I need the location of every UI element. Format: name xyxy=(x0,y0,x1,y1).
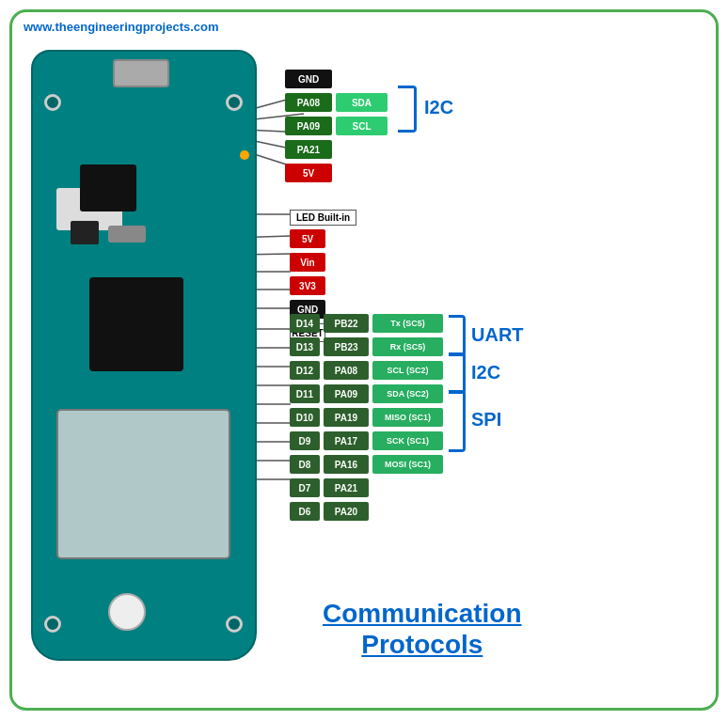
board-body xyxy=(31,50,257,661)
chip-small xyxy=(80,164,136,211)
p-label-pa20: PA20 xyxy=(324,502,369,521)
corner-hole-bl xyxy=(44,616,61,633)
arduino-board xyxy=(31,50,276,670)
corner-hole-tl xyxy=(44,94,61,111)
pin-row-d12: D12 PA08 SCL (SC2) xyxy=(290,360,443,381)
d-label-10: D10 xyxy=(290,408,320,427)
func-sck-sc1: SCK (SC1) xyxy=(372,431,443,450)
bottom-pins-section: D14 PB22 Tx (SC5) D13 PB23 Rx (SC5) D12 … xyxy=(290,313,443,524)
d-label-7: D7 xyxy=(290,478,320,497)
p-label-pa19: PA19 xyxy=(324,408,369,427)
chip-main xyxy=(89,277,183,371)
pin-name-gnd-top: GND xyxy=(285,70,332,88)
label-uart: UART xyxy=(471,324,524,346)
i2c-top-section: GND PA08 SDA PA09 SCL PA21 5V xyxy=(285,69,388,186)
small-circle xyxy=(108,593,146,631)
comm-line2: Protocols xyxy=(323,629,522,661)
corner-hole-br xyxy=(226,616,243,633)
func-sda-sc2: SDA (SC2) xyxy=(372,384,443,403)
chip-tiny xyxy=(71,221,99,244)
pin-name-pa21-top: PA21 xyxy=(285,140,332,159)
d-label-6: D6 xyxy=(290,502,320,521)
p-label-pa09-b: PA09 xyxy=(324,384,369,403)
d-label-12: D12 xyxy=(290,361,320,380)
pin-row-d9: D9 PA17 SCK (SC1) xyxy=(290,430,443,451)
p-label-pa08-b: PA08 xyxy=(324,361,369,380)
website-url: www.theengineeringprojects.com xyxy=(24,20,219,34)
usb-port xyxy=(113,59,169,87)
communication-title: Communication Protocols xyxy=(323,598,522,661)
func-scl-sc2: SCL (SC2) xyxy=(372,361,443,380)
bracket-i2c-top xyxy=(398,86,417,133)
func-rx-sc5: Rx (SC5) xyxy=(372,337,443,356)
pin-pa08: PA08 SDA xyxy=(285,92,388,113)
pin-row-d7: D7 PA21 xyxy=(290,477,443,498)
func-miso-sc1: MISO (SC1) xyxy=(372,408,443,427)
func-scl-top: SCL xyxy=(336,117,388,135)
pin-row-d13: D13 PB23 Rx (SC5) xyxy=(290,337,443,357)
bracket-i2c-bottom xyxy=(449,352,466,394)
p-label-pa16: PA16 xyxy=(324,455,369,474)
pwr-5v: 5V xyxy=(290,229,325,248)
main-container: www.theengineeringprojects.com xyxy=(9,9,719,711)
bracket-uart xyxy=(449,315,466,356)
d-label-11: D11 xyxy=(290,384,320,403)
d-label-14: D14 xyxy=(290,314,320,333)
crystal xyxy=(108,226,146,243)
led-builtin-label: LED Built-in xyxy=(290,210,356,226)
d-label-8: D8 xyxy=(290,455,320,474)
led-orange xyxy=(240,150,249,160)
pin-gnd-top: GND xyxy=(285,69,388,89)
power-row-3v3: 3V3 xyxy=(290,275,325,296)
func-sda-top: SDA xyxy=(336,93,388,112)
pin-row-d11: D11 PA09 SDA (SC2) xyxy=(290,383,443,404)
bracket-spi xyxy=(449,390,466,452)
pin-pa09: PA09 SCL xyxy=(285,116,388,136)
pin-row-d8: D8 PA16 MOSI (SC1) xyxy=(290,454,443,475)
pin-pa21-top: PA21 xyxy=(285,139,388,160)
p-label-pa17: PA17 xyxy=(324,431,369,450)
pin-row-d6: D6 PA20 xyxy=(290,501,443,522)
comm-line1: Communication xyxy=(323,598,522,630)
power-row-vin: Vin xyxy=(290,252,325,273)
pin-name-pa09: PA09 xyxy=(285,117,332,135)
pwr-3v3: 3V3 xyxy=(290,276,325,295)
pin-row-d14: D14 PB22 Tx (SC5) xyxy=(290,313,443,334)
pin-row-d10: D10 PA19 MISO (SC1) xyxy=(290,407,443,428)
func-mosi-sc1: MOSI (SC1) xyxy=(372,455,443,474)
d-label-9: D9 xyxy=(290,431,320,450)
func-tx-sc5: Tx (SC5) xyxy=(372,314,443,333)
label-i2c-bottom: I2C xyxy=(471,362,500,383)
pin-5v-top: 5V xyxy=(285,163,388,183)
pin-name-pa08: PA08 xyxy=(285,93,332,112)
p-label-pb22: PB22 xyxy=(324,314,369,333)
pwr-vin: Vin xyxy=(290,253,325,272)
corner-hole-tr xyxy=(226,94,243,111)
display-area xyxy=(56,409,230,559)
label-i2c-top: I2C xyxy=(424,97,453,118)
p-label-pb23: PB23 xyxy=(324,337,369,356)
pin-name-5v-top: 5V xyxy=(285,164,332,182)
p-label-pa21-b: PA21 xyxy=(324,478,369,497)
label-spi: SPI xyxy=(471,409,501,430)
power-row-5v: 5V xyxy=(290,228,325,249)
d-label-13: D13 xyxy=(290,337,320,356)
